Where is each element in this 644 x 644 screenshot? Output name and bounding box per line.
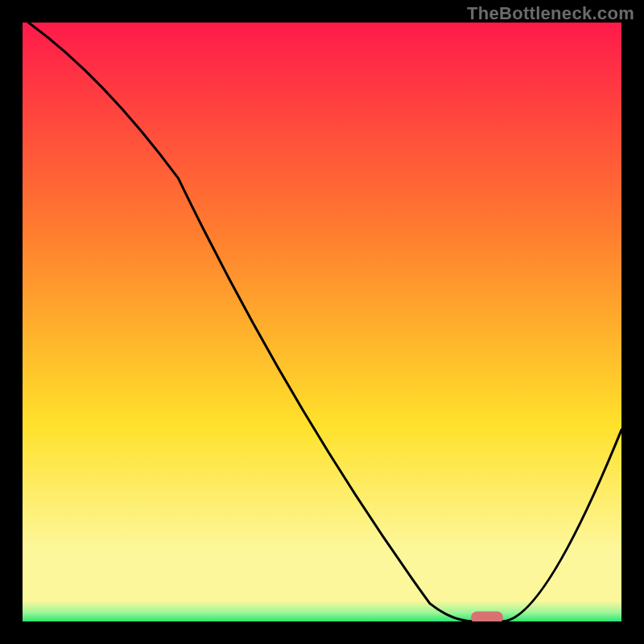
chart-frame: TheBottleneck.com — [0, 0, 644, 644]
optimal-point-marker — [471, 612, 503, 622]
watermark-text: TheBottleneck.com — [467, 3, 634, 24]
bottleneck-curve — [23, 23, 621, 621]
plot-area — [23, 23, 621, 621]
